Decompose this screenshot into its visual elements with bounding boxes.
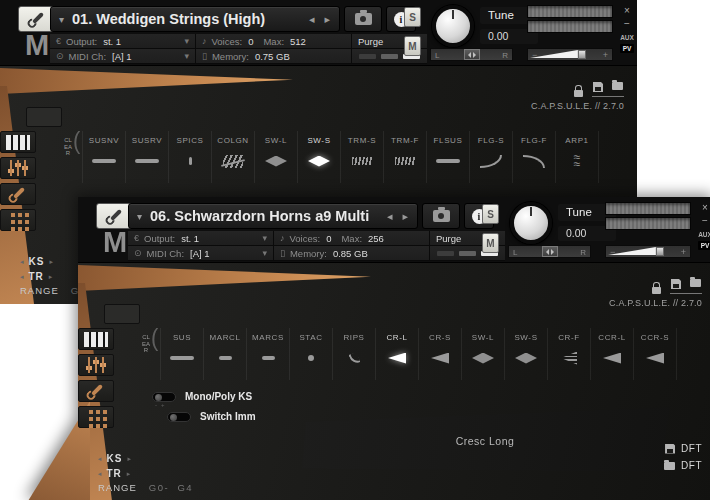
articulation-marcs[interactable]: MARCS — [246, 328, 289, 380]
articulation-sw-l[interactable]: SW-L — [461, 328, 504, 380]
articulation-ccr-l[interactable]: CCR-L — [590, 328, 633, 380]
midi-channel-select[interactable]: ⊙ MIDI Ch: [A] 1 ▾ — [128, 246, 273, 260]
switch-imm-toggle[interactable]: Switch Imm — [167, 411, 256, 422]
pan-handle[interactable] — [542, 246, 558, 257]
clear-keyswitch-button[interactable]: CLEAR — [142, 334, 150, 354]
camera-icon — [355, 13, 372, 25]
ks-prev-icon[interactable]: ◂ — [20, 258, 24, 266]
pv-button[interactable]: PV — [620, 44, 635, 53]
close-icon[interactable]: × — [624, 5, 630, 18]
save-icon[interactable] — [593, 82, 603, 92]
close-icon[interactable]: × — [702, 202, 708, 215]
solo-button[interactable]: S — [482, 204, 499, 224]
tune-knob[interactable] — [510, 202, 552, 244]
tr-next-icon[interactable]: ▸ — [49, 273, 53, 281]
tab-mixer[interactable] — [0, 157, 36, 179]
switch-imm-toggle-knob[interactable] — [167, 412, 191, 422]
prev-instrument-button[interactable]: ◂ — [309, 13, 315, 26]
voices-readout: ♪ Voices: 0 Max: 256 — [274, 231, 429, 245]
tr-prev-icon[interactable]: ◂ — [20, 273, 24, 281]
tab-mixer[interactable] — [78, 354, 114, 376]
minimize-icon[interactable]: − — [624, 18, 630, 31]
ks-prev-icon[interactable]: ◂ — [98, 455, 102, 463]
articulation-spics[interactable]: SPICS — [168, 131, 211, 183]
aux-button[interactable]: AUX — [620, 31, 634, 44]
pan-left-label: L — [435, 51, 439, 60]
volume-plus[interactable]: + — [681, 247, 686, 257]
prev-instrument-button[interactable]: ◂ — [387, 210, 393, 223]
articulation-sw-l[interactable]: SW-L — [254, 131, 297, 183]
instrument-title-dropdown[interactable]: ▾ 01. Weddigen Strings (High) ◂ ▸ — [50, 6, 340, 32]
pv-button[interactable]: PV — [698, 241, 710, 250]
keyswitch-selector[interactable]: ◂ KS ▸ — [98, 453, 131, 464]
clear-keyswitch-button[interactable]: CLEAR — [64, 137, 72, 157]
lock-icon[interactable] — [574, 90, 583, 97]
minimize-icon[interactable]: − — [702, 215, 708, 228]
articulation-susnv[interactable]: SUSNV — [82, 131, 125, 183]
aux-button[interactable]: AUX — [698, 228, 710, 241]
volume-minus[interactable]: − — [610, 247, 615, 257]
articulation-trm-f[interactable]: TRM-F — [383, 131, 426, 183]
articulation-marcl[interactable]: MARCL — [203, 328, 246, 380]
mute-button[interactable]: M — [404, 36, 421, 56]
volume-handle[interactable] — [578, 50, 586, 59]
articulation-sw-s[interactable]: SW-S — [504, 328, 547, 380]
midi-channel-select[interactable]: ⊙ MIDI Ch: [A] 1 ▾ — [50, 49, 195, 63]
pan-slider[interactable]: L R — [430, 48, 513, 61]
snapshot-button[interactable] — [344, 6, 382, 32]
articulation-colgn[interactable]: COLGN — [211, 131, 254, 183]
pan-slider[interactable]: L R — [508, 245, 591, 258]
volume-slider[interactable]: − + — [527, 48, 613, 61]
load-folder-icon[interactable] — [612, 82, 623, 90]
lock-icon[interactable] — [652, 287, 661, 294]
tr-prev-icon[interactable]: ◂ — [98, 470, 102, 478]
snapshot-button[interactable] — [422, 203, 460, 229]
next-instrument-button[interactable]: ▸ — [324, 13, 330, 26]
dft-save-button[interactable]: DFT — [664, 443, 702, 454]
tune-knob[interactable] — [432, 5, 474, 47]
ks-next-icon[interactable]: ▸ — [49, 258, 53, 266]
ks-next-icon[interactable]: ▸ — [127, 455, 131, 463]
articulation-flg-f[interactable]: FLG-F — [512, 131, 555, 183]
mute-button[interactable]: M — [482, 233, 499, 253]
volume-handle[interactable] — [656, 247, 664, 256]
articulation-flg-s[interactable]: FLG-S — [469, 131, 512, 183]
mono-poly-ks-toggle[interactable]: Mono/Poly KS-+ — [152, 391, 256, 402]
tab-keyboard[interactable] — [78, 328, 114, 350]
save-icon[interactable] — [671, 279, 681, 289]
instrument-title-dropdown[interactable]: ▾ 06. Schwarzdorn Horns a9 Multi ◂ ▸ — [128, 203, 418, 229]
tab-settings[interactable] — [78, 380, 114, 402]
next-instrument-button[interactable]: ▸ — [402, 210, 408, 223]
articulation-cr-f[interactable]: CR-F — [547, 328, 590, 380]
dft-load-button[interactable]: DFT — [664, 460, 702, 471]
articulation-flsus[interactable]: FLSUS — [426, 131, 469, 183]
volume-slider[interactable]: − + — [605, 245, 691, 258]
articulation-cr-l[interactable]: CR-L — [375, 328, 418, 380]
solo-button[interactable]: S — [404, 7, 421, 27]
articulation-sw-s[interactable]: SW-S — [297, 131, 340, 183]
articulation-trm-s[interactable]: TRM-S — [340, 131, 383, 183]
articulation-ccr-s[interactable]: CCR-S — [633, 328, 676, 380]
output-select[interactable]: € Output: st. 1 ▾ — [50, 34, 195, 48]
keyswitch-selector[interactable]: ◂ KS ▸ — [20, 256, 53, 267]
articulation-sus[interactable]: SUS — [160, 328, 203, 380]
articulation-cr-s[interactable]: CR-S — [418, 328, 461, 380]
output-select[interactable]: € Output: st. 1 ▾ — [128, 231, 273, 245]
tab-matrix[interactable] — [0, 209, 36, 231]
transpose-selector[interactable]: ◂ TR ▸ — [20, 271, 52, 282]
articulation-arp1[interactable]: ARP1 — [555, 131, 598, 183]
load-folder-icon[interactable] — [690, 279, 701, 287]
transpose-selector[interactable]: ◂ TR ▸ — [98, 468, 130, 479]
articulation-rips[interactable]: RIPS — [332, 328, 375, 380]
tab-settings[interactable] — [0, 183, 36, 205]
articulation-stac[interactable]: STAC — [289, 328, 332, 380]
tr-next-icon[interactable]: ▸ — [127, 470, 131, 478]
pan-handle[interactable] — [464, 49, 480, 60]
volume-minus[interactable]: − — [532, 50, 537, 60]
articulation-susrv[interactable]: SUSRV — [125, 131, 168, 183]
mono-poly-ks-toggle-knob[interactable] — [152, 392, 176, 402]
floppy-icon — [665, 444, 675, 454]
tab-keyboard[interactable] — [0, 131, 36, 153]
volume-plus[interactable]: + — [603, 50, 608, 60]
tab-matrix[interactable] — [78, 406, 114, 428]
